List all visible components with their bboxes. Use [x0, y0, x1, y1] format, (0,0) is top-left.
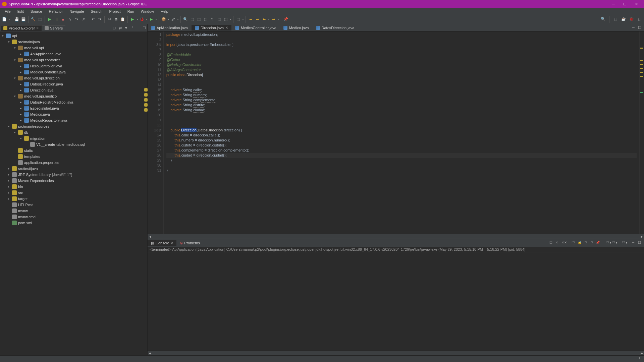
tree-item[interactable]: ▸Direccion.java	[0, 87, 147, 93]
tree-item[interactable]: static	[0, 147, 147, 154]
menu-source[interactable]: Source	[27, 9, 46, 14]
toggle-button[interactable]: ⬚	[37, 16, 43, 22]
tree-item[interactable]: ▾api	[0, 33, 147, 39]
link-editor-icon[interactable]: ⇄	[118, 25, 122, 30]
tree-item[interactable]: ▸HelloController.java	[0, 63, 147, 69]
tree-item[interactable]: ▾med.voll.api.medico	[0, 93, 147, 99]
next-annotation-icon[interactable]: ⬚	[235, 16, 241, 22]
tree-item[interactable]: ▾db	[0, 129, 147, 135]
code-editor[interactable]: package med.voll.api.direccion; import j…	[164, 32, 639, 234]
tree-item[interactable]: ▸MedicoController.java	[0, 69, 147, 75]
debug-resume-icon[interactable]: ▶	[47, 16, 53, 22]
save-button[interactable]: 💾	[14, 16, 20, 22]
minimize-editor-icon[interactable]: ─	[632, 25, 637, 30]
maximize-view-icon[interactable]: ☐	[142, 25, 147, 30]
pin-icon[interactable]: 📌	[283, 16, 289, 22]
menu-help[interactable]: Help	[157, 9, 172, 14]
tree-item[interactable]: ▸bin	[0, 184, 147, 190]
tree-item[interactable]: ▾src/main/resources	[0, 123, 147, 129]
pin-console-icon[interactable]: 📌	[596, 241, 600, 245]
terminate-all-icon[interactable]: ☐	[549, 241, 554, 245]
tab-console[interactable]: ▤ Console ✕	[148, 240, 176, 246]
twisty-icon[interactable]: ▸	[20, 82, 24, 86]
tree-item[interactable]: application.properties	[0, 160, 147, 166]
display-select-icon[interactable]: ⬚▼	[606, 241, 610, 245]
maximize-console-icon[interactable]: ☐	[638, 241, 643, 245]
twisty-icon[interactable]: ▾	[2, 34, 6, 38]
twisty-icon[interactable]: ▸	[8, 197, 12, 200]
editor-tab[interactable]: MedicoController.java	[232, 25, 280, 31]
editor-tab[interactable]: DatosDireccion.java	[313, 25, 358, 31]
twisty-icon[interactable]: ▸	[20, 107, 24, 110]
tree-item[interactable]: ▸src	[0, 190, 147, 196]
scroll-lock-icon[interactable]: 🔒	[578, 241, 582, 245]
menu-edit[interactable]: Edit	[14, 9, 27, 14]
twisty-icon[interactable]: ▾	[20, 137, 24, 140]
filter-icon[interactable]: ▼	[124, 25, 128, 30]
search-icon[interactable]: 🔍	[182, 16, 189, 22]
twisty-icon[interactable]: ▸	[20, 113, 24, 116]
step-over-icon[interactable]: ↷	[73, 16, 79, 22]
scroll-right-icon[interactable]: ▶	[639, 235, 644, 238]
scroll-left-icon[interactable]: ◀	[148, 235, 152, 238]
remove-all-icon[interactable]: ✕✕	[561, 241, 566, 245]
close-icon[interactable]: ✕	[36, 26, 39, 30]
nav-forward-alt-button[interactable]: ➡	[270, 16, 276, 22]
quick-access-icon[interactable]: 🔍	[600, 16, 606, 22]
tree-item[interactable]: ▸Medico.java	[0, 111, 147, 117]
cut-button[interactable]: ✂	[106, 16, 112, 22]
twisty-icon[interactable]: ▾	[14, 95, 18, 98]
minimize-view-icon[interactable]: ─	[136, 25, 141, 30]
twisty-icon[interactable]: ▸	[20, 64, 24, 68]
nav-back-alt-button[interactable]: ⬅	[261, 16, 267, 22]
task-icon[interactable]: ⬚	[203, 16, 209, 22]
collapse-all-icon[interactable]: ⊟	[112, 25, 116, 30]
tree-item[interactable]: pom.xml	[0, 220, 147, 226]
open-perspective-icon[interactable]: ⬚	[612, 16, 619, 22]
menu-run[interactable]: Run	[124, 9, 138, 14]
tab-problems[interactable]: ⊗ Problems	[176, 240, 203, 246]
twisty-icon[interactable]: ▾	[14, 76, 18, 80]
tree-item[interactable]: mvnw	[0, 208, 147, 214]
tree-item[interactable]: ▸DatosRegistroMedico.java	[0, 99, 147, 105]
tree-item[interactable]: ▸DatosDireccion.java	[0, 81, 147, 87]
nav-forward-button[interactable]: ➡	[254, 16, 260, 22]
twisty-icon[interactable]: ▸	[20, 52, 24, 56]
tree-item[interactable]: ▸Especialidad.java	[0, 105, 147, 111]
twisty-icon[interactable]: ▸	[8, 185, 12, 188]
new-button[interactable]: 📄	[1, 16, 7, 22]
minimize-button[interactable]: ─	[608, 0, 619, 8]
tree-item[interactable]: templates	[0, 154, 147, 160]
new-class-icon[interactable]: 🖊	[170, 16, 176, 22]
annotation-icon[interactable]: ⬚	[223, 16, 229, 22]
wrap-icon[interactable]: ⬚	[216, 16, 222, 22]
debug-perspective-icon[interactable]: 🐞	[629, 16, 635, 22]
redo-button[interactable]: ↷	[97, 16, 103, 22]
twisty-icon[interactable]: ▾	[8, 40, 12, 44]
show-console-icon[interactable]: ⬚	[590, 241, 594, 245]
maximize-button[interactable]: ☐	[619, 0, 631, 8]
menu-file[interactable]: File	[1, 9, 14, 14]
menu-search[interactable]: Search	[88, 9, 106, 14]
tree-item[interactable]: ▾src/main/java	[0, 39, 147, 45]
console-hscrollbar[interactable]: ◀ ▶	[148, 351, 644, 355]
minimize-console-icon[interactable]: ─	[632, 241, 637, 245]
debug-button[interactable]: 🐞	[139, 16, 145, 22]
paste-button[interactable]: 📋	[120, 16, 126, 22]
scroll-left-icon[interactable]: ◀	[148, 352, 152, 355]
copy-button[interactable]: ⧉	[113, 16, 119, 22]
scroll-right-icon[interactable]: ▶	[639, 352, 644, 355]
editor-tab[interactable]: ApiApplication.java	[148, 25, 191, 31]
debug-stop-icon[interactable]: ■	[60, 16, 66, 22]
close-icon[interactable]: ✕	[225, 26, 228, 29]
open-console-icon[interactable]: ⬚▼	[612, 241, 616, 245]
console-output[interactable]	[148, 252, 644, 351]
clear-console-icon[interactable]: ⬚	[572, 241, 576, 245]
save-all-button[interactable]: 💾	[20, 16, 26, 22]
open-type-icon[interactable]: ⬚	[189, 16, 195, 22]
twisty-icon[interactable]: ▸	[8, 173, 12, 176]
editor-tab[interactable]: Direccion.java✕	[192, 25, 231, 31]
tab-servers[interactable]: Servers	[42, 25, 65, 31]
remove-launch-icon[interactable]: ✕	[555, 241, 560, 245]
tree-item[interactable]: ▾med.voll.api.controller	[0, 57, 147, 63]
